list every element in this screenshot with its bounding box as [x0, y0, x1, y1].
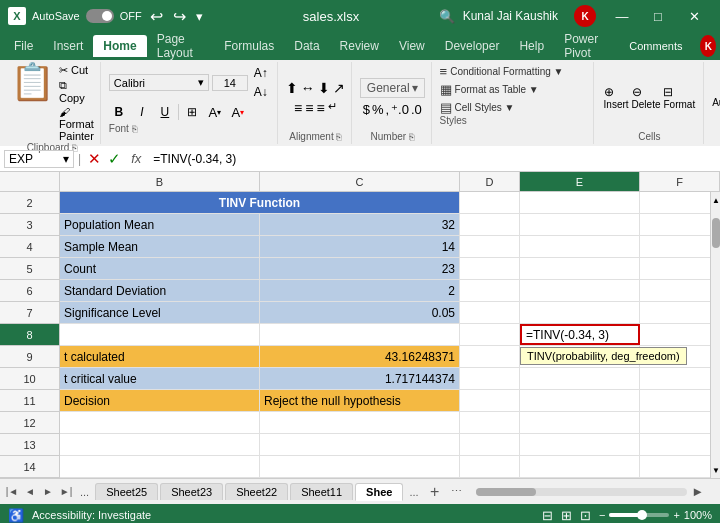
page-layout-view-icon[interactable]: ⊞ [561, 508, 572, 523]
cell-c11[interactable]: Reject the null hypothesis [260, 390, 460, 411]
more-commands-icon[interactable]: ▾ [194, 9, 205, 24]
sheet-tab-sheet25[interactable]: Sheet25 [95, 483, 158, 500]
maximize-button[interactable]: □ [640, 0, 676, 32]
format-cells-button[interactable]: ⊟Format [663, 85, 695, 110]
zoom-out-icon[interactable]: − [599, 509, 605, 521]
cell-b12[interactable] [60, 412, 260, 433]
font-size-selector[interactable]: 14 [212, 75, 248, 91]
align-center-icon[interactable]: ≡ [305, 100, 313, 116]
italic-button[interactable]: I [132, 103, 152, 121]
tab-review[interactable]: Review [330, 35, 389, 57]
cell-f7[interactable] [640, 302, 710, 323]
cell-f5[interactable] [640, 258, 710, 279]
row-header-6[interactable]: 6 [0, 280, 59, 302]
cell-c8[interactable] [260, 324, 460, 345]
scroll-track[interactable] [711, 208, 720, 462]
cell-c7[interactable]: 0.05 [260, 302, 460, 323]
number-format-selector[interactable]: General ▾ [360, 78, 425, 98]
cell-c9[interactable]: 43.16248371 [260, 346, 460, 367]
cell-e13[interactable] [520, 434, 640, 455]
cell-f2[interactable] [640, 192, 710, 213]
cell-e12[interactable] [520, 412, 640, 433]
cell-d11[interactable] [460, 390, 520, 411]
underline-button[interactable]: U [155, 103, 175, 121]
cell-d8[interactable] [460, 324, 520, 345]
cell-b8[interactable] [60, 324, 260, 345]
decrease-decimal-icon[interactable]: .0 [411, 102, 422, 117]
percent-icon[interactable]: % [372, 102, 384, 117]
cell-e14[interactable] [520, 456, 640, 477]
last-sheet-button[interactable]: ►| [58, 484, 74, 500]
h-scroll-thumb[interactable] [476, 488, 536, 496]
cell-d12[interactable] [460, 412, 520, 433]
paste-button[interactable]: 📋 [10, 64, 55, 100]
cell-d9[interactable] [460, 346, 520, 367]
align-left-icon[interactable]: ≡ [294, 100, 302, 116]
align-bottom-icon[interactable]: ⬇ [318, 80, 330, 96]
format-painter-button[interactable]: 🖌 Format Painter [59, 106, 94, 142]
search-icon[interactable]: 🔍 [439, 9, 455, 24]
accounting-icon[interactable]: $ [363, 102, 370, 117]
font-color-button[interactable]: A▾ [228, 103, 248, 121]
border-button[interactable]: ⊞ [182, 103, 202, 121]
conditional-formatting-button[interactable]: ≡ Conditional Formatting ▼ [440, 64, 587, 79]
name-box[interactable]: EXP ▾ [4, 150, 74, 168]
cell-f12[interactable] [640, 412, 710, 433]
cell-e11[interactable] [520, 390, 640, 411]
row-header-8[interactable]: 8 [0, 324, 59, 346]
cell-f4[interactable] [640, 236, 710, 257]
tab-power-pivot[interactable]: Power Pivot [554, 28, 619, 64]
more-tabs-button[interactable]: ... [405, 486, 422, 498]
prev-sheet-button[interactable]: ◄ [22, 484, 38, 500]
cell-d14[interactable] [460, 456, 520, 477]
cell-f3[interactable] [640, 214, 710, 235]
cell-b9[interactable]: t calculated [60, 346, 260, 367]
cell-e2[interactable] [520, 192, 640, 213]
row-header-12[interactable]: 12 [0, 412, 59, 434]
cell-b7[interactable]: Significance Level [60, 302, 260, 323]
row-header-4[interactable]: 4 [0, 236, 59, 258]
comma-icon[interactable]: , [385, 102, 389, 117]
tab-file[interactable]: File [4, 35, 43, 57]
cell-b3[interactable]: Population Mean [60, 214, 260, 235]
first-sheet-button[interactable]: |◄ [4, 484, 20, 500]
cell-d7[interactable] [460, 302, 520, 323]
cell-f8[interactable] [640, 324, 710, 345]
cell-c3[interactable]: 32 [260, 214, 460, 235]
col-header-c[interactable]: C [260, 172, 460, 191]
row-header-7[interactable]: 7 [0, 302, 59, 324]
cell-d3[interactable] [460, 214, 520, 235]
cell-e8[interactable]: =TINV(-0.34, 3) [520, 324, 640, 345]
cell-e6[interactable] [520, 280, 640, 301]
row-header-14[interactable]: 14 [0, 456, 59, 478]
cell-c13[interactable] [260, 434, 460, 455]
cell-b13[interactable] [60, 434, 260, 455]
cell-d6[interactable] [460, 280, 520, 301]
zoom-in-icon[interactable]: + [673, 509, 679, 521]
number-expand-icon[interactable]: ⎘ [409, 132, 414, 142]
cell-b10[interactable]: t critical value [60, 368, 260, 389]
more-sheets-button[interactable]: ... [76, 486, 93, 498]
cell-c5[interactable]: 23 [260, 258, 460, 279]
delete-cells-button[interactable]: ⊖Delete [632, 85, 661, 110]
accept-formula-icon[interactable]: ✓ [105, 150, 123, 168]
tab-insert[interactable]: Insert [43, 35, 93, 57]
cancel-formula-icon[interactable]: ✕ [85, 150, 103, 168]
tab-page-layout[interactable]: Page Layout [147, 28, 215, 64]
options-button[interactable]: ⋯ [447, 485, 466, 498]
col-header-b[interactable]: B [60, 172, 260, 191]
align-middle-icon[interactable]: ↔ [301, 80, 315, 96]
autosave-toggle[interactable] [86, 9, 114, 23]
row-header-11[interactable]: 11 [0, 390, 59, 412]
cell-e7[interactable] [520, 302, 640, 323]
cell-d10[interactable] [460, 368, 520, 389]
sheet-tab-sheet22[interactable]: Sheet22 [225, 483, 288, 500]
cell-c6[interactable]: 2 [260, 280, 460, 301]
tab-view[interactable]: View [389, 35, 435, 57]
cell-e5[interactable] [520, 258, 640, 279]
col-header-e[interactable]: E [520, 172, 640, 191]
tab-comments[interactable]: Comments [619, 36, 692, 56]
wrap-text-icon[interactable]: ↵ [328, 100, 337, 116]
tab-home[interactable]: Home [93, 35, 146, 57]
sheet-tab-shee[interactable]: Shee [355, 483, 403, 501]
